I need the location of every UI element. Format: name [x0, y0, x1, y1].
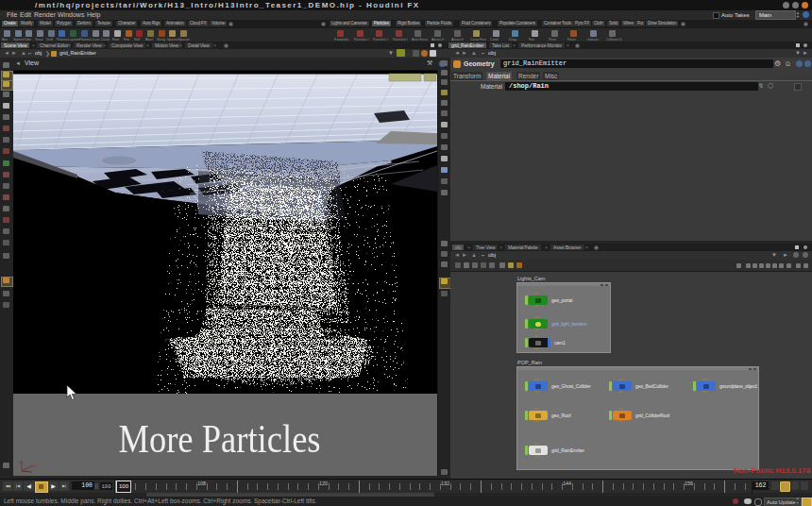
svg-text:x: x — [34, 463, 37, 468]
